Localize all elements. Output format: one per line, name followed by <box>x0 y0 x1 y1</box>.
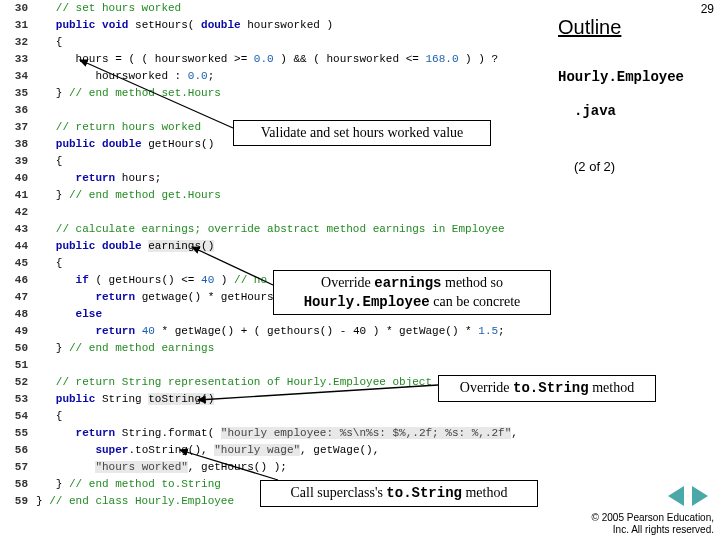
code-line: 39 { <box>0 153 560 170</box>
code-line: 44 public double earnings() <box>0 238 560 255</box>
outline-heading: Outline <box>558 16 714 39</box>
code-line: 30 // set hours worked <box>0 0 560 17</box>
code-line: 55 return String.format( "hourly employe… <box>0 425 560 442</box>
code-listing: 30 // set hours worked31 public void set… <box>0 0 560 510</box>
code-line: 35 } // end method set.Hours <box>0 85 560 102</box>
class-name: Hourly.Employee <box>558 69 714 85</box>
callout-text: Validate and set hours worked value <box>261 125 464 140</box>
file-extension: .java <box>574 103 714 119</box>
nav-buttons <box>666 486 710 510</box>
callout-override-earnings: Override earnings method so Hourly.Emplo… <box>273 270 551 315</box>
code-line: 49 return 40 * getWage() + ( gethours() … <box>0 323 560 340</box>
callout-override-tostring: Override to.String method <box>438 375 656 402</box>
code-line: 43 // calculate earnings; override abstr… <box>0 221 560 238</box>
code-line: 50 } // end method earnings <box>0 340 560 357</box>
copyright-footer: © 2005 Pearson Education, Inc. All right… <box>592 512 714 536</box>
code-line: 51 <box>0 357 560 374</box>
code-line: 56 super.toString(), "hourly wage", getW… <box>0 442 560 459</box>
code-line: 57 "hours worked", getHours() ); <box>0 459 560 476</box>
code-line: 33 hours = ( ( hoursworked >= 0.0 ) && (… <box>0 51 560 68</box>
code-line: 42 <box>0 204 560 221</box>
page-indicator: (2 of 2) <box>574 159 714 174</box>
callout-call-superclass: Call superclass's to.String method <box>260 480 538 507</box>
code-line: 41 } // end method get.Hours <box>0 187 560 204</box>
callout-validate-hours: Validate and set hours worked value <box>233 120 491 146</box>
prev-slide-button[interactable] <box>668 486 684 506</box>
code-line: 34 hoursworked : 0.0; <box>0 68 560 85</box>
code-line: 54 { <box>0 408 560 425</box>
code-line: 36 <box>0 102 560 119</box>
outline-sidebar: 29 Outline Hourly.Employee .java (2 of 2… <box>548 0 720 182</box>
code-line: 40 return hours; <box>0 170 560 187</box>
code-line: 32 { <box>0 34 560 51</box>
code-line: 31 public void setHours( double hourswor… <box>0 17 560 34</box>
page-number: 29 <box>701 2 714 16</box>
next-slide-button[interactable] <box>692 486 708 506</box>
